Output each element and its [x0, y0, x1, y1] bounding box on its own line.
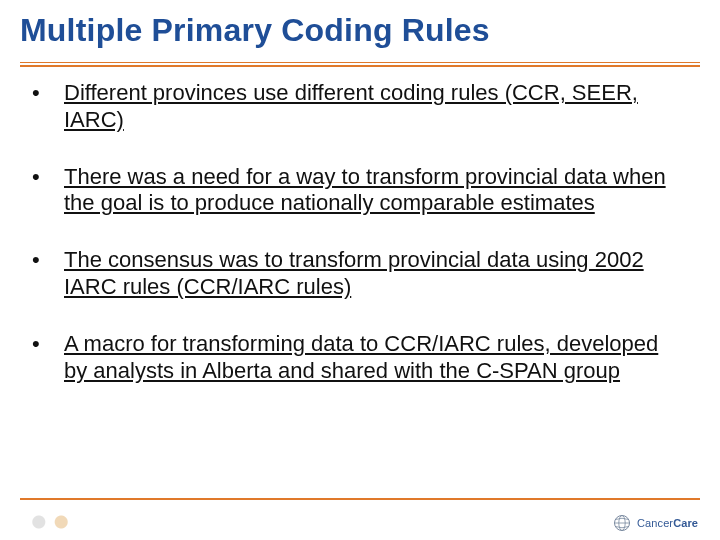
bullet-item: A macro for transforming data to CCR/IAR…	[32, 331, 680, 385]
bullet-text: A macro for transforming data to CCR/IAR…	[64, 331, 658, 383]
footer-left	[22, 512, 78, 532]
bullet-item: There was a need for a way to transform …	[32, 164, 680, 218]
slide: Multiple Primary Coding Rules Different …	[0, 0, 720, 540]
accent-line-top-thin	[20, 62, 700, 63]
slide-title: Multiple Primary Coding Rules	[20, 12, 490, 49]
bullet-text: Different provinces use different coding…	[64, 80, 638, 132]
bullet-item: Different provinces use different coding…	[32, 80, 680, 134]
bullet-text: The consensus was to transform provincia…	[64, 247, 644, 299]
accent-line-bottom	[20, 498, 700, 500]
footer-brand-text: CancerCare	[637, 517, 698, 529]
footer-brand: CancerCare	[637, 518, 698, 529]
footer-right: CancerCare	[613, 514, 698, 532]
bullet-text: There was a need for a way to transform …	[64, 164, 666, 216]
globe-icon	[613, 514, 631, 532]
slide-content: Different provinces use different coding…	[32, 80, 680, 480]
bullet-list: Different provinces use different coding…	[32, 80, 680, 385]
partner-logo-icon	[22, 512, 78, 532]
bullet-item: The consensus was to transform provincia…	[32, 247, 680, 301]
accent-line-top-thick	[20, 65, 700, 67]
